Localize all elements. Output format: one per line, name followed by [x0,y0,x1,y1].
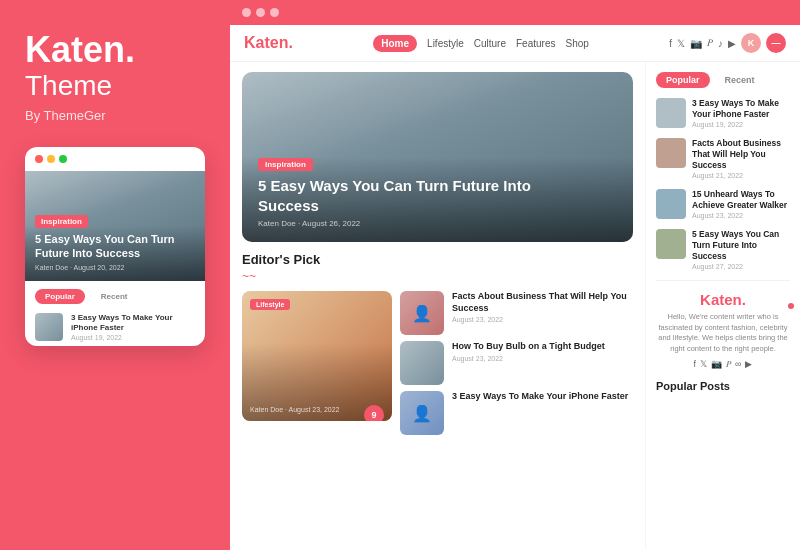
nav-link-shop[interactable]: Shop [565,38,588,49]
editors-post-0: Facts About Business That Will Help You … [452,291,633,323]
editors-wave: ~~ [242,269,633,283]
editors-thumb-2: 👤 [400,391,444,435]
mobile-hero-content: Inspiration 5 Easy Ways You Can Turn Fut… [35,210,195,271]
pinterest-icon: 𝑃 [707,37,713,49]
nav-link-home[interactable]: Home [373,35,417,52]
sidebar-tab-recent[interactable]: Recent [715,72,765,88]
nav-logo-text: Katen [244,34,288,51]
sidebar-thumb-1 [656,138,686,168]
twitter-icon: 𝕏 [677,38,685,49]
social-fb-icon: f [694,359,697,370]
mobile-tab-recent[interactable]: Recent [91,289,138,304]
editors-post-title-0: Facts About Business That Will Help You … [452,291,633,314]
tiktok-icon: ♪ [718,38,723,49]
sidebar-tabs: Popular Recent [656,72,790,88]
mobile-tag: Inspiration [35,215,88,228]
mobile-post-date: August 19, 2022 [71,334,195,341]
sidebar-divider [656,280,790,281]
browser-dot-3 [270,8,279,17]
instagram-icon: 📷 [690,38,702,49]
mobile-hero-meta: Katen Doe · August 20, 2022 [35,264,195,271]
hero-card: Inspiration 5 Easy Ways You Can Turn Fut… [242,72,633,242]
sidebar-post-title-2: 15 Unheard Ways To Achieve Greater Walke… [692,189,790,211]
mobile-preview-card: Inspiration 5 Easy Ways You Can Turn Fut… [25,147,205,347]
hero-title: 5 Easy Ways You Can Turn Future Into Suc… [258,176,558,215]
browser-chrome-bar [230,0,800,25]
browser-nav: Katen. Home Lifestyle Culture Features S… [230,25,800,62]
dot-green [59,155,67,163]
hero-meta: Katen Doe · August 26, 2022 [258,219,617,228]
editors-featured-tag: Lifestyle [250,299,290,310]
sidebar-social-icons: f 𝕏 📷 𝑃 ∞ ▶ [694,359,753,370]
nav-links: Home Lifestyle Culture Features Shop [373,35,589,52]
mobile-list-item: 3 Easy Ways To Make Your iPhone Faster A… [25,308,205,347]
sidebar-post-0: 3 Easy Ways To Make Your iPhone Faster A… [656,98,790,128]
social-insta-icon: 📷 [711,359,722,370]
sidebar-thumb-2 [656,189,686,219]
sidebar-post-title-0: 3 Easy Ways To Make Your iPhone Faster [692,98,790,120]
sidebar-tab-popular[interactable]: Popular [656,72,710,88]
editors-post-title-2: 3 Easy Ways To Make Your iPhone Faster [452,391,628,403]
social-pin-icon: 𝑃 [726,359,731,370]
hero-card-content: Inspiration 5 Easy Ways You Can Turn Fut… [258,153,617,228]
sidebar-post-title-3: 5 Easy Ways You Can Turn Future Into Suc… [692,229,790,262]
mobile-post-title: 3 Easy Ways To Make Your iPhone Faster [71,313,195,334]
sidebar-post-date-1: August 21, 2022 [692,172,790,179]
sidebar-post-2: 15 Unheard Ways To Achieve Greater Walke… [656,189,790,219]
sidebar-thumb-0 [656,98,686,128]
browser-content: Katen. Home Lifestyle Culture Features S… [230,25,800,550]
editors-thumb-0: 👤 [400,291,444,335]
browser-dot-2 [256,8,265,17]
nav-link-features[interactable]: Features [516,38,555,49]
editors-grid: Lifestyle Katen Doe · August 23, 2022 9 … [242,291,633,435]
nav-logo-dot: . [288,34,292,51]
user-avatar-1[interactable]: K [741,33,761,53]
sidebar-about-widget: Katen. Hello, We're content writer who i… [656,291,790,370]
nav-link-culture[interactable]: Culture [474,38,506,49]
editors-list-item-2: 👤 3 Easy Ways To Make Your iPhone Faster [400,391,633,435]
editors-featured-image: Lifestyle Katen Doe · August 23, 2022 9 [242,291,392,421]
editors-featured-overlay [242,291,392,421]
youtube-icon: ▶ [728,38,736,49]
editors-list-item-1: How To Buy Bulb on a Tight Budget August… [400,341,633,385]
dot-red [35,155,43,163]
sidebar-thumb-3 [656,229,686,259]
sidebar-popular-posts-label: Popular Posts [656,380,790,392]
mobile-tab-popular[interactable]: Popular [35,289,85,304]
editors-post-1: How To Buy Bulb on a Tight Budget August… [452,341,605,362]
dot-yellow [47,155,55,163]
nav-link-lifestyle[interactable]: Lifestyle [427,38,464,49]
social-medium-icon: ∞ [735,359,741,370]
sidebar-post-1: Facts About Business That Will Help You … [656,138,790,179]
editors-list-item-0: 👤 Facts About Business That Will Help Yo… [400,291,633,335]
thumb-person-0: 👤 [400,291,444,335]
sidebar-post-title-1: Facts About Business That Will Help You … [692,138,790,171]
sidebar-post-info-1: Facts About Business That Will Help You … [692,138,790,179]
mobile-hero-image: Inspiration 5 Easy Ways You Can Turn Fut… [25,171,205,281]
brand-name-text: Katen [25,29,125,70]
fb-icon: f [669,38,672,49]
mobile-tabs: Popular Recent [25,281,205,308]
browser-dot-1 [242,8,251,17]
hero-tag: Inspiration [258,158,313,171]
browser-sidebar: Popular Recent 3 Easy Ways To Make Your … [645,62,800,550]
brand-by-label: By ThemeGer [25,108,205,123]
editors-post-title-1: How To Buy Bulb on a Tight Budget [452,341,605,353]
sidebar-post-date-2: August 23, 2022 [692,212,790,219]
browser-main: Inspiration 5 Easy Ways You Can Turn Fut… [230,62,800,550]
brand-theme-label: Theme [25,70,205,102]
browser-center: Inspiration 5 Easy Ways You Can Turn Fut… [230,62,645,550]
user-avatar-2[interactable]: — [766,33,786,53]
sidebar-about-text: Hello, We're content writer who is fasci… [656,312,790,354]
sidebar-post-info-2: 15 Unheard Ways To Achieve Greater Walke… [692,189,790,219]
editors-post-2: 3 Easy Ways To Make Your iPhone Faster [452,391,628,405]
mobile-hero-title: 5 Easy Ways You Can Turn Future Into Suc… [35,232,195,261]
sidebar-post-info-0: 3 Easy Ways To Make Your iPhone Faster A… [692,98,790,128]
editors-featured-badge: 9 [364,405,384,421]
mobile-thumb [35,313,63,341]
sidebar-post-3: 5 Easy Ways You Can Turn Future Into Suc… [656,229,790,270]
brand-name: Katen. [25,30,205,70]
sidebar-post-date-0: August 19, 2022 [692,121,790,128]
editors-post-date-1: August 23, 2022 [452,355,605,362]
editors-thumb-1 [400,341,444,385]
